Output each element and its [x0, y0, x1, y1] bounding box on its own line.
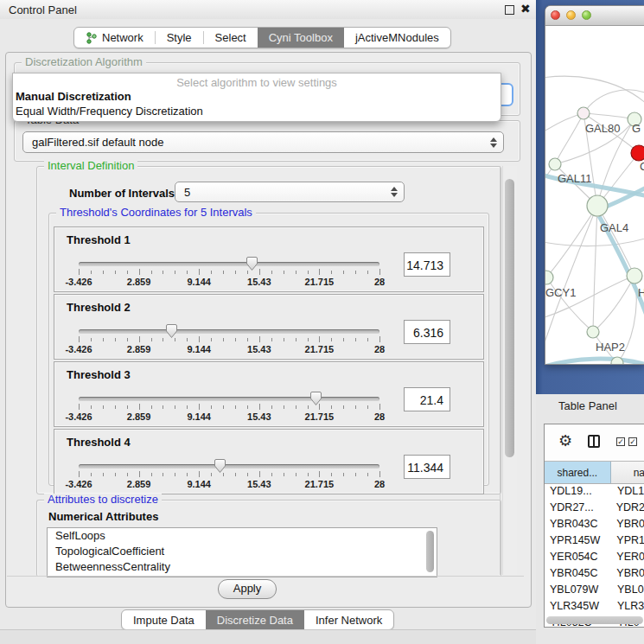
gear-icon[interactable]: ⚙: [558, 431, 572, 450]
table-data-value: galFiltered.sif default node: [32, 136, 163, 149]
attribute-list-item[interactable]: BetweennessCentrality: [48, 559, 437, 575]
dropdown-option-manual[interactable]: Manual Discretization: [16, 90, 131, 103]
threshold-slider-thumb[interactable]: [309, 391, 322, 410]
slider-tick: [223, 271, 224, 274]
minimize-traffic-light-icon[interactable]: [566, 10, 576, 20]
zoom-traffic-light-icon[interactable]: [582, 10, 591, 20]
network-node-gcy1[interactable]: GCY1: [545, 271, 576, 299]
table-hscrollbar[interactable]: [546, 616, 643, 624]
control-panel-titlebar: Control Panel ✖: [0, 0, 536, 20]
slider-tick-label: 28: [374, 479, 385, 489]
split-column-icon[interactable]: [588, 435, 600, 448]
tab-network[interactable]: Network: [74, 28, 155, 48]
tab-label: Discretize Data: [217, 614, 293, 627]
table-row[interactable]: YPR145WYPR1: [545, 532, 644, 549]
slider-tick: [296, 338, 296, 341]
table-data-combobox[interactable]: galFiltered.sif default node: [22, 131, 504, 153]
close-traffic-light-icon[interactable]: [551, 10, 560, 20]
threshold-slider-track[interactable]: [79, 262, 379, 266]
threshold-slider-track[interactable]: [79, 329, 379, 334]
checkbox-icon[interactable]: ✓: [628, 437, 637, 446]
table-row[interactable]: YBL079WYBL0: [545, 582, 644, 598]
numerical-attributes-list[interactable]: SelfLoopsTopologicalCoefficientBetweenne…: [47, 527, 437, 577]
network-node-c[interactable]: C: [631, 145, 644, 173]
threshold-slider-thumb[interactable]: [214, 458, 226, 477]
network-canvas[interactable]: GAL80GCGAL11GAL4GCY1HHAP2: [545, 25, 644, 364]
slider-tick: [355, 271, 356, 274]
slider-tick: [331, 405, 332, 409]
slider-tick: [139, 404, 140, 410]
network-node-hap2[interactable]: HAP2: [587, 326, 625, 354]
network-node-gal80[interactable]: GAL80: [577, 107, 620, 135]
attribute-list-item[interactable]: SelfLoops: [48, 528, 437, 544]
slider-tick-label: 21.715: [305, 344, 335, 354]
table-row[interactable]: YBR045CYBR0: [545, 565, 644, 582]
network-window: GAL80GCGAL11GAL4GCY1HHAP2: [545, 5, 644, 365]
table-row[interactable]: YLR345WYLR3: [545, 598, 644, 615]
slider-tick: [331, 338, 332, 341]
slider-tick: [199, 404, 200, 410]
tab-impute-data[interactable]: Impute Data: [122, 610, 206, 629]
slider-tick: [187, 473, 188, 476]
slider-tick: [235, 405, 236, 409]
tab-discretize-data[interactable]: Discretize Data: [206, 610, 304, 629]
slider-tick-label: 21.715: [305, 277, 335, 287]
checkbox-icon[interactable]: ✓: [616, 437, 625, 446]
threshold-value-field[interactable]: 11.344: [404, 455, 450, 479]
threshold-slider-thumb[interactable]: [165, 323, 178, 342]
table-toolbar: ⚙ ✓ ✓: [545, 424, 644, 461]
tab-jactivemnodules[interactable]: jActiveMNodules: [344, 28, 450, 48]
main-scrollbar-thumb[interactable]: [505, 179, 514, 457]
slider-tick: [115, 405, 116, 409]
tab-style[interactable]: Style: [156, 28, 203, 48]
close-icon[interactable]: ✖: [520, 2, 531, 16]
network-node-g[interactable]: G: [628, 112, 641, 135]
slider-tick: [343, 405, 344, 409]
slider-tick: [163, 338, 163, 341]
main-scrollbar[interactable]: [502, 166, 517, 575]
column-header-name[interactable]: na: [611, 462, 644, 483]
cell-name: YER0: [612, 549, 644, 565]
threshold-slider-thumb[interactable]: [245, 256, 258, 275]
network-edge: [597, 206, 634, 276]
table-row[interactable]: YER054CYER0: [545, 549, 644, 565]
tab-select[interactable]: Select: [204, 28, 258, 48]
table-row[interactable]: YDR27...YDR2: [545, 500, 644, 516]
slider-tick: [284, 473, 284, 476]
attribute-list-item[interactable]: TopologicalCoefficient: [48, 544, 437, 559]
slider-tick-label: 2.859: [127, 344, 151, 354]
slider-tick: [187, 338, 188, 341]
tab-infer-network[interactable]: Infer Network: [304, 610, 393, 629]
slider-tick-label: 9.144: [187, 344, 211, 354]
apply-button[interactable]: Apply: [218, 579, 277, 599]
threshold-value-field[interactable]: 14.713: [404, 252, 450, 277]
dropdown-option-equal-width[interactable]: Equal Width/Frequency Discretization: [16, 105, 203, 118]
column-header-shared[interactable]: shared...: [545, 462, 611, 483]
network-node-label: GAL11: [558, 172, 592, 185]
slider-tick: [187, 405, 188, 409]
threshold-slider-track[interactable]: [79, 464, 379, 469]
number-of-intervals-combobox[interactable]: 5: [175, 182, 405, 202]
list-scrollbar[interactable]: [426, 531, 434, 572]
table-panel-title: Table Panel: [558, 399, 617, 412]
slider-tick: [284, 338, 284, 341]
slider-tick: [367, 473, 368, 476]
slider-tick: [235, 271, 236, 274]
thresholds-group-label: Threshold's Coordinates for 5 Intervals: [56, 207, 256, 219]
float-window-icon[interactable]: [505, 5, 514, 15]
threshold-slider-track[interactable]: [79, 397, 379, 401]
slider-tick: [139, 471, 140, 477]
table-row[interactable]: YDL19...YDL1: [545, 483, 644, 500]
slider-tick: [355, 338, 356, 341]
network-node-h[interactable]: H: [627, 268, 644, 299]
bottom-tabs: Impute DataDiscretize DataInfer Network: [121, 609, 394, 630]
tab-cyni-toolbox[interactable]: Cyni Toolbox: [258, 28, 344, 48]
network-node-gal11[interactable]: GAL11: [549, 158, 592, 185]
threshold-value-field[interactable]: 6.316: [404, 320, 450, 344]
slider-tick: [379, 404, 380, 410]
network-window-titlebar[interactable]: [545, 6, 644, 26]
network-node[interactable]: [611, 357, 623, 364]
table-row[interactable]: YBR043CYBR0: [545, 516, 644, 532]
window-title: Control Panel: [9, 3, 77, 16]
threshold-value-field[interactable]: 21.4: [404, 387, 450, 411]
